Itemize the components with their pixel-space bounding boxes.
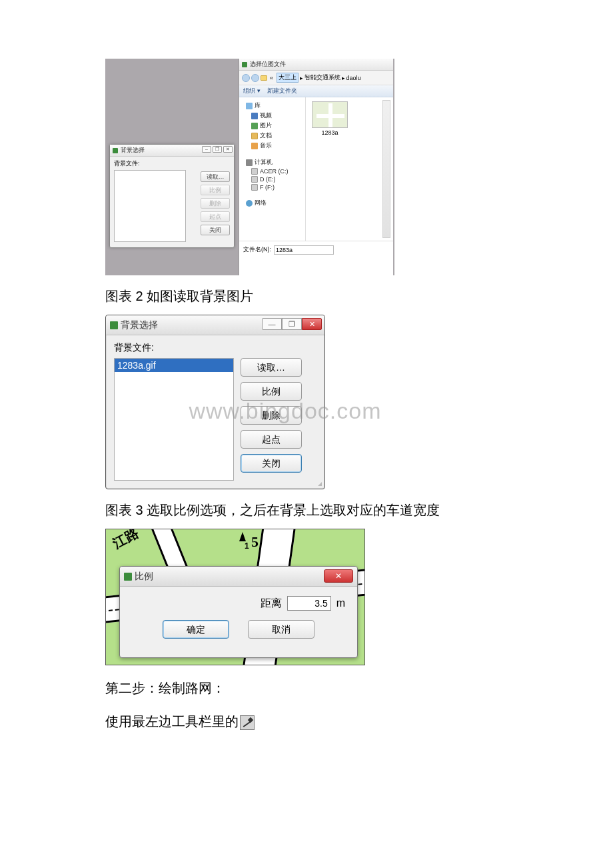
arrow-icon xyxy=(239,532,246,541)
scale-button[interactable]: 比例 xyxy=(241,382,302,401)
origin-button: 起点 xyxy=(201,211,230,222)
app-icon xyxy=(110,321,118,329)
tree-library[interactable]: 库 xyxy=(255,101,261,110)
background-select-dialog-small: 背景选择 – ❐ ✕ 背景文件: 读取… 比例 删除 起点 关闭 xyxy=(109,144,235,248)
cancel-button[interactable]: 取消 xyxy=(248,620,314,639)
close-button[interactable]: 关闭 xyxy=(241,454,302,473)
delete-button: 删除 xyxy=(201,198,230,209)
close-button[interactable]: ✕ xyxy=(223,146,233,153)
picture-icon xyxy=(251,123,258,129)
app-icon xyxy=(124,573,132,581)
road-name-label: 江路 xyxy=(111,529,141,550)
read-button[interactable]: 读取… xyxy=(241,358,302,377)
distance-input[interactable] xyxy=(287,596,331,611)
video-icon xyxy=(251,113,258,119)
document-icon xyxy=(251,133,258,139)
maximize-button[interactable]: ❐ xyxy=(282,318,302,330)
background-file-label: 背景文件: xyxy=(114,342,316,354)
picker-nav-tree[interactable]: 库 视频 图片 文档 音乐 计算机 ACER (C:) D (E:) F (F:… xyxy=(239,97,306,241)
map-mark-1: 1 xyxy=(245,541,249,551)
distance-label: 距离 xyxy=(261,597,282,611)
picker-breadcrumb-bar: « 大三上 ▸ 智能交通系统 ▸ daolu xyxy=(239,71,393,85)
file-label: 1283a xyxy=(310,129,350,136)
delete-button[interactable]: 删除 xyxy=(241,406,302,425)
crumb-2[interactable]: 智能交通系统 xyxy=(305,73,340,82)
file-item[interactable]: 1283a xyxy=(310,101,350,136)
scale-button: 比例 xyxy=(201,185,230,195)
drive-icon xyxy=(251,168,258,175)
minimize-button[interactable]: – xyxy=(202,146,211,153)
dialog-title: 背景选择 xyxy=(121,146,145,155)
maximize-button[interactable]: ❐ xyxy=(213,146,222,153)
app-icon xyxy=(113,148,118,153)
figure-2-composite: 背景选择 – ❐ ✕ 背景文件: 读取… 比例 删除 起点 关闭 xyxy=(105,59,394,275)
dialog-titlebar: 背景选择 — ❐ ✕ xyxy=(106,315,324,335)
figure-2-caption: 图表 2 如图读取背景图片 xyxy=(105,287,573,305)
close-button[interactable]: ✕ xyxy=(324,569,353,583)
figure-3-caption: 图表 3 选取比例选项，之后在背景上选取对应的车道宽度 xyxy=(105,501,573,519)
tree-document[interactable]: 文档 xyxy=(260,131,272,140)
tree-drive-c[interactable]: ACER (C:) xyxy=(260,168,289,175)
dialog-titlebar: 比例 ✕ xyxy=(120,567,357,587)
step-2-heading: 第二步：绘制路网： xyxy=(105,677,573,699)
drive-icon xyxy=(251,176,258,183)
origin-button[interactable]: 起点 xyxy=(241,430,302,449)
file-open-dialog: 选择位图文件 « 大三上 ▸ 智能交通系统 ▸ daolu 组织 ▾ 新建文件夹… xyxy=(239,59,393,275)
new-folder-button[interactable]: 新建文件夹 xyxy=(267,87,297,95)
map-mark-5: 5 xyxy=(251,533,259,551)
filename-input[interactable] xyxy=(274,245,334,255)
minimize-button[interactable]: — xyxy=(262,318,282,330)
drive-icon xyxy=(251,184,258,191)
close-button[interactable]: 关闭 xyxy=(201,225,230,235)
picker-titlebar: 选择位图文件 xyxy=(239,59,393,71)
ok-button[interactable]: 确定 xyxy=(163,620,229,639)
background-select-dialog-large: 背景选择 — ❐ ✕ 背景文件: 1283a.gif 读取… 比例 删除 xyxy=(105,315,325,489)
picker-file-grid[interactable]: 1283a xyxy=(306,97,393,241)
music-icon xyxy=(251,143,258,149)
picker-title: 选择位图文件 xyxy=(250,60,286,69)
network-icon xyxy=(246,200,253,207)
computer-icon xyxy=(246,159,253,166)
nav-back-button[interactable] xyxy=(242,74,250,82)
list-item-selected[interactable]: 1283a.gif xyxy=(115,359,233,372)
step-2-tool-text: 使用最左边工具栏里的 xyxy=(105,714,239,729)
picker-toolbar: 组织 ▾ 新建文件夹 xyxy=(239,85,393,97)
filename-row: 文件名(N): xyxy=(239,241,393,258)
dialog-title: 背景选择 xyxy=(121,319,158,331)
draw-link-tool-icon xyxy=(240,715,255,730)
background-file-label: 背景文件: xyxy=(114,159,230,168)
window-buttons: – ❐ ✕ xyxy=(202,146,233,153)
tree-picture[interactable]: 图片 xyxy=(260,121,272,130)
tree-video[interactable]: 视频 xyxy=(260,111,272,120)
background-file-list[interactable] xyxy=(114,170,186,242)
file-thumbnail xyxy=(312,101,348,128)
scale-dialog: 比例 ✕ 距离 m 确定 取消 xyxy=(119,566,358,658)
tree-network[interactable]: 网络 xyxy=(255,199,267,207)
resize-grip-icon[interactable] xyxy=(314,478,322,486)
dialog-title: 比例 xyxy=(135,571,153,583)
nav-forward-button[interactable] xyxy=(251,74,259,82)
crumb-current[interactable]: 大三上 xyxy=(277,73,299,83)
dialog-titlebar: 背景选择 – ❐ ✕ xyxy=(110,145,234,157)
background-file-list[interactable]: 1283a.gif xyxy=(114,358,234,481)
distance-unit: m xyxy=(336,597,345,609)
read-button[interactable]: 读取… xyxy=(201,171,230,182)
crumb-3[interactable]: daolu xyxy=(346,75,361,81)
filename-label: 文件名(N): xyxy=(243,245,271,254)
organize-menu[interactable]: 组织 ▾ xyxy=(243,87,261,95)
tree-drive-f[interactable]: F (F:) xyxy=(260,184,275,191)
tree-drive-d[interactable]: D (E:) xyxy=(260,176,276,183)
tree-computer[interactable]: 计算机 xyxy=(255,158,273,167)
folder-icon xyxy=(261,75,267,81)
app-icon xyxy=(242,62,247,67)
step-2-tool-line: 使用最左边工具栏里的 xyxy=(105,711,573,732)
tree-music[interactable]: 音乐 xyxy=(260,141,272,150)
figure-4-scale-dialog: 江路 1 5 比例 ✕ 距离 m 确定 取消 xyxy=(105,529,365,665)
library-icon xyxy=(246,103,253,109)
breadcrumb[interactable]: « 大三上 ▸ 智能交通系统 ▸ daolu xyxy=(269,73,362,83)
close-button[interactable]: ✕ xyxy=(302,318,322,330)
